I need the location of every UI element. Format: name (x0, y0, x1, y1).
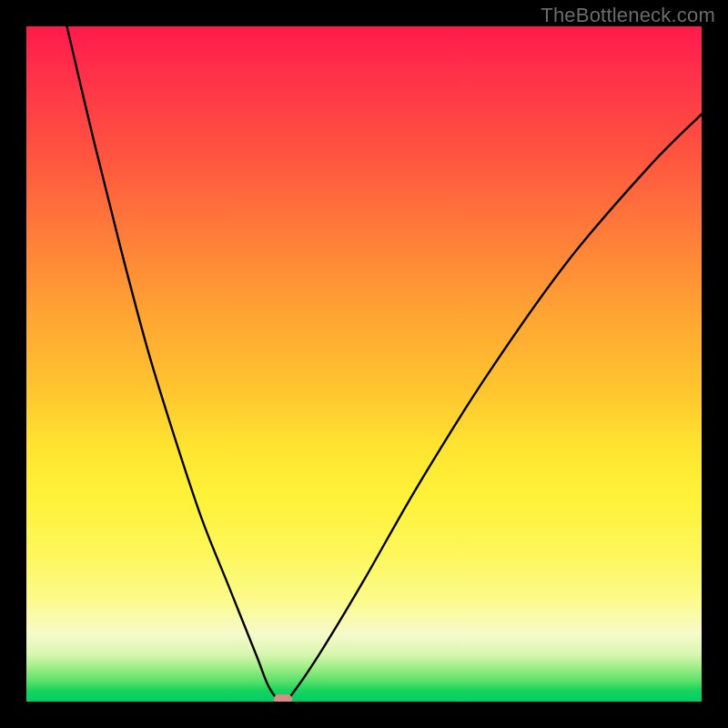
optimal-marker (274, 694, 292, 702)
curve-layer (26, 26, 702, 702)
chart-frame: TheBottleneck.com (0, 0, 728, 728)
bottleneck-curve (67, 26, 702, 702)
plot-area (26, 26, 702, 702)
watermark-text: TheBottleneck.com (541, 4, 715, 27)
